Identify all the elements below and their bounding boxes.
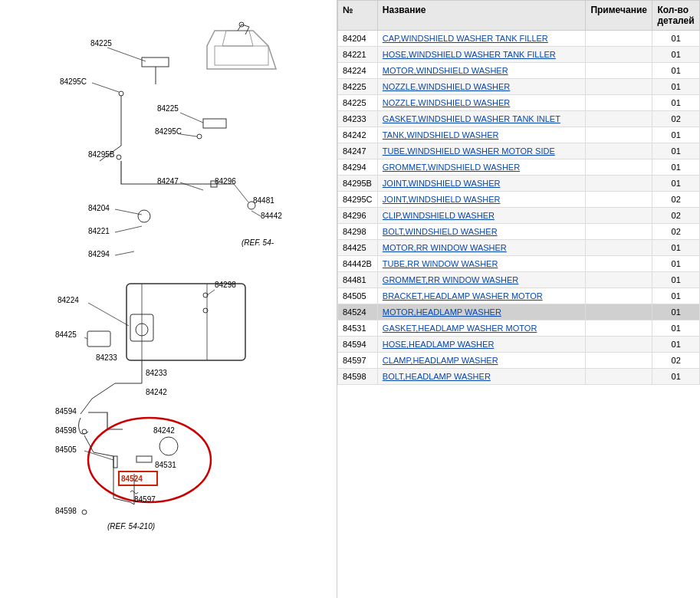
part-name[interactable]: MOTOR,WINDSHIELD WASHER: [377, 63, 586, 79]
part-note: [586, 192, 652, 208]
part-name[interactable]: HOSE,WINDSHIELD WASHER TANK FILLER: [377, 47, 586, 63]
part-name-link[interactable]: BOLT,WINDSHIELD WASHER: [383, 227, 498, 236]
part-name-link[interactable]: MOTOR,RR WINDOW WASHER: [383, 243, 507, 252]
svg-text:84481: 84481: [253, 196, 274, 205]
svg-line-69: [81, 399, 92, 414]
part-note: [586, 208, 652, 224]
part-qty: 01: [652, 95, 700, 111]
table-header-row: № Название Примечание Кол-во деталей: [338, 1, 700, 31]
part-name-link[interactable]: GASKET,HEADLAMP WASHER MOTOR: [383, 324, 537, 333]
part-note: [586, 240, 652, 256]
part-name-link[interactable]: JOINT,WINDSHIELD WASHER: [383, 195, 501, 204]
svg-point-7: [119, 91, 123, 96]
part-name-link[interactable]: CAP,WINDSHIELD WASHER TANK FILLER: [383, 34, 548, 43]
table-row: 84221HOSE,WINDSHIELD WASHER TANK FILLER0…: [338, 47, 700, 63]
part-name[interactable]: JOINT,WINDSHIELD WASHER: [377, 176, 586, 192]
part-note: [586, 159, 652, 176]
part-name[interactable]: CLIP,WINDSHIELD WASHER: [377, 208, 586, 224]
part-name[interactable]: HOSE,HEADLAMP WASHER: [377, 337, 586, 353]
table-row: 84225NOZZLE,WINDSHIELD WASHER01: [338, 95, 700, 111]
part-name[interactable]: MOTOR,RR WINDOW WASHER: [377, 240, 586, 256]
part-note: [586, 256, 652, 272]
part-name-link[interactable]: NOZZLE,WINDSHIELD WASHER: [383, 82, 510, 91]
svg-line-6: [92, 83, 119, 92]
part-qty: 02: [652, 224, 700, 240]
part-note: [586, 95, 652, 111]
svg-line-29: [115, 209, 142, 215]
svg-rect-35: [127, 284, 245, 360]
header-num: №: [338, 1, 378, 31]
svg-text:(REF. 54-210): (REF. 54-210): [107, 522, 155, 531]
part-number: 84296: [338, 208, 378, 224]
part-name-link[interactable]: MOTOR,WINDSHIELD WASHER: [383, 66, 508, 75]
svg-text:84598: 84598: [55, 507, 77, 515]
part-name[interactable]: CLAMP,HEADLAMP WASHER: [377, 353, 586, 369]
part-name[interactable]: NOZZLE,WINDSHIELD WASHER: [377, 79, 586, 95]
part-name[interactable]: GROMMET,WINDSHIELD WASHER: [377, 159, 586, 176]
part-note: [586, 272, 652, 288]
part-number: 84247: [338, 143, 378, 159]
part-name-link[interactable]: TANK,WINDSHIELD WASHER: [383, 130, 499, 140]
part-number: 84597: [338, 353, 378, 369]
part-name[interactable]: NOZZLE,WINDSHIELD WASHER: [377, 95, 586, 111]
svg-text:84242: 84242: [153, 426, 175, 435]
table-row: 84233GASKET,WINDSHIELD WASHER TANK INLET…: [338, 111, 700, 127]
part-qty: 01: [652, 337, 700, 353]
part-name-link[interactable]: NOZZLE,WINDSHIELD WASHER: [383, 98, 510, 107]
svg-point-68: [82, 510, 87, 514]
svg-line-43: [207, 290, 215, 295]
part-name-link[interactable]: CLAMP,HEADLAMP WASHER: [383, 356, 498, 365]
svg-rect-47: [87, 331, 110, 347]
part-name[interactable]: JOINT,WINDSHIELD WASHER: [377, 192, 586, 208]
part-name-link[interactable]: HOSE,HEADLAMP WASHER: [383, 340, 494, 349]
part-name-link[interactable]: TUBE,WINDSHIELD WASHER MOTOR SIDE: [383, 146, 555, 156]
part-qty: 01: [652, 63, 700, 79]
part-name[interactable]: BRACKET,HEADLAMP WASHER MOTOR: [377, 288, 586, 304]
part-qty: 01: [652, 256, 700, 272]
table-row: 84598BOLT,HEADLAMP WASHER01: [338, 369, 700, 385]
part-qty: 01: [652, 79, 700, 95]
table-row: 84294GROMMET,WINDSHIELD WASHER01: [338, 159, 700, 176]
part-name[interactable]: GROMMET,RR WINDOW WASHER: [377, 272, 586, 288]
part-name-link[interactable]: MOTOR,HEADLAMP WASHER: [383, 307, 501, 317]
part-qty: 01: [652, 159, 700, 176]
svg-point-14: [197, 134, 202, 139]
part-name-link[interactable]: HOSE,WINDSHIELD WASHER TANK FILLER: [383, 50, 556, 59]
part-name[interactable]: BOLT,HEADLAMP WASHER: [377, 369, 586, 385]
svg-point-57: [159, 437, 178, 455]
table-row: 84425MOTOR,RR WINDOW WASHER01: [338, 240, 700, 256]
part-note: [586, 143, 652, 159]
part-name[interactable]: MOTOR,HEADLAMP WASHER: [377, 304, 586, 320]
part-name[interactable]: CAP,WINDSHIELD WASHER TANK FILLER: [377, 31, 586, 47]
part-note: [586, 111, 652, 127]
part-note: [586, 176, 652, 192]
diagram-panel: 84225 84295C 84225 84295C 84295B: [0, 0, 337, 598]
svg-text:84597: 84597: [134, 495, 156, 504]
part-number: 84531: [338, 320, 378, 337]
svg-rect-64: [113, 456, 117, 468]
part-name-link[interactable]: GROMMET,RR WINDOW WASHER: [383, 275, 518, 284]
part-number: 84298: [338, 224, 378, 240]
part-name[interactable]: GASKET,WINDSHIELD WASHER TANK INLET: [377, 111, 586, 127]
part-name-link[interactable]: GASKET,WINDSHIELD WASHER TANK INLET: [383, 114, 560, 123]
part-name[interactable]: TANK,WINDSHIELD WASHER: [377, 127, 586, 143]
part-name-link[interactable]: BRACKET,HEADLAMP WASHER MOTOR: [383, 291, 543, 301]
part-name-link[interactable]: JOINT,WINDSHIELD WASHER: [383, 179, 501, 188]
table-row: 84594HOSE,HEADLAMP WASHER01: [338, 337, 700, 353]
part-name[interactable]: TUBE,RR WINDOW WASHER: [377, 256, 586, 272]
part-name-link[interactable]: CLIP,WINDSHIELD WASHER: [383, 211, 495, 220]
part-number: 84233: [338, 111, 378, 127]
part-qty: 01: [652, 127, 700, 143]
part-number: 84225: [338, 95, 378, 111]
part-name-link[interactable]: TUBE,RR WINDOW WASHER: [383, 259, 498, 268]
part-qty: 01: [652, 304, 700, 320]
svg-rect-0: [215, 46, 268, 65]
part-name[interactable]: TUBE,WINDSHIELD WASHER MOTOR SIDE: [377, 143, 586, 159]
part-name[interactable]: GASKET,HEADLAMP WASHER MOTOR: [377, 320, 586, 337]
svg-rect-59: [136, 456, 152, 462]
part-note: [586, 79, 652, 95]
diagram-area: 84225 84295C 84225 84295C 84295B: [8, 8, 329, 590]
part-name[interactable]: BOLT,WINDSHIELD WASHER: [377, 224, 586, 240]
part-name-link[interactable]: GROMMET,WINDSHIELD WASHER: [383, 163, 520, 172]
part-name-link[interactable]: BOLT,HEADLAMP WASHER: [383, 372, 491, 381]
